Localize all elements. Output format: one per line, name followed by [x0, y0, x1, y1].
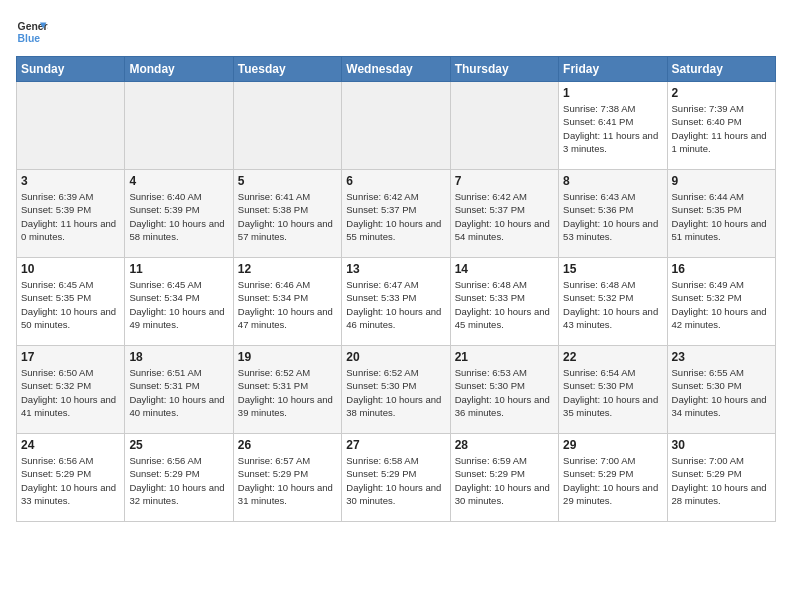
- day-info: Sunrise: 6:54 AM Sunset: 5:30 PM Dayligh…: [563, 366, 662, 419]
- calendar-day-cell: 15Sunrise: 6:48 AM Sunset: 5:32 PM Dayli…: [559, 258, 667, 346]
- weekday-header: Tuesday: [233, 57, 341, 82]
- day-info: Sunrise: 6:56 AM Sunset: 5:29 PM Dayligh…: [129, 454, 228, 507]
- day-info: Sunrise: 6:46 AM Sunset: 5:34 PM Dayligh…: [238, 278, 337, 331]
- calendar-day-cell: 8Sunrise: 6:43 AM Sunset: 5:36 PM Daylig…: [559, 170, 667, 258]
- day-number: 21: [455, 350, 554, 364]
- calendar-day-cell: 17Sunrise: 6:50 AM Sunset: 5:32 PM Dayli…: [17, 346, 125, 434]
- day-number: 23: [672, 350, 771, 364]
- day-info: Sunrise: 6:58 AM Sunset: 5:29 PM Dayligh…: [346, 454, 445, 507]
- calendar-day-cell: 24Sunrise: 6:56 AM Sunset: 5:29 PM Dayli…: [17, 434, 125, 522]
- calendar-day-cell: [233, 82, 341, 170]
- calendar-week-row: 10Sunrise: 6:45 AM Sunset: 5:35 PM Dayli…: [17, 258, 776, 346]
- header: General Blue: [16, 16, 776, 48]
- calendar-day-cell: 4Sunrise: 6:40 AM Sunset: 5:39 PM Daylig…: [125, 170, 233, 258]
- day-number: 30: [672, 438, 771, 452]
- day-number: 10: [21, 262, 120, 276]
- calendar-day-cell: 22Sunrise: 6:54 AM Sunset: 5:30 PM Dayli…: [559, 346, 667, 434]
- weekday-header: Monday: [125, 57, 233, 82]
- day-info: Sunrise: 6:51 AM Sunset: 5:31 PM Dayligh…: [129, 366, 228, 419]
- calendar-day-cell: 9Sunrise: 6:44 AM Sunset: 5:35 PM Daylig…: [667, 170, 775, 258]
- calendar-day-cell: 29Sunrise: 7:00 AM Sunset: 5:29 PM Dayli…: [559, 434, 667, 522]
- day-number: 20: [346, 350, 445, 364]
- calendar-day-cell: 14Sunrise: 6:48 AM Sunset: 5:33 PM Dayli…: [450, 258, 558, 346]
- day-number: 25: [129, 438, 228, 452]
- day-number: 28: [455, 438, 554, 452]
- svg-text:Blue: Blue: [18, 33, 41, 44]
- calendar-day-cell: 18Sunrise: 6:51 AM Sunset: 5:31 PM Dayli…: [125, 346, 233, 434]
- day-number: 12: [238, 262, 337, 276]
- day-info: Sunrise: 6:48 AM Sunset: 5:33 PM Dayligh…: [455, 278, 554, 331]
- calendar-day-cell: 1Sunrise: 7:38 AM Sunset: 6:41 PM Daylig…: [559, 82, 667, 170]
- calendar-day-cell: 23Sunrise: 6:55 AM Sunset: 5:30 PM Dayli…: [667, 346, 775, 434]
- calendar-header: SundayMondayTuesdayWednesdayThursdayFrid…: [17, 57, 776, 82]
- day-number: 9: [672, 174, 771, 188]
- day-number: 24: [21, 438, 120, 452]
- day-info: Sunrise: 6:45 AM Sunset: 5:35 PM Dayligh…: [21, 278, 120, 331]
- calendar-day-cell: [125, 82, 233, 170]
- calendar-day-cell: 26Sunrise: 6:57 AM Sunset: 5:29 PM Dayli…: [233, 434, 341, 522]
- day-number: 3: [21, 174, 120, 188]
- calendar-day-cell: [17, 82, 125, 170]
- day-info: Sunrise: 6:41 AM Sunset: 5:38 PM Dayligh…: [238, 190, 337, 243]
- day-info: Sunrise: 7:38 AM Sunset: 6:41 PM Dayligh…: [563, 102, 662, 155]
- weekday-header: Wednesday: [342, 57, 450, 82]
- day-number: 2: [672, 86, 771, 100]
- calendar-day-cell: 20Sunrise: 6:52 AM Sunset: 5:30 PM Dayli…: [342, 346, 450, 434]
- day-number: 6: [346, 174, 445, 188]
- day-number: 11: [129, 262, 228, 276]
- calendar-day-cell: 7Sunrise: 6:42 AM Sunset: 5:37 PM Daylig…: [450, 170, 558, 258]
- weekday-header: Thursday: [450, 57, 558, 82]
- day-number: 15: [563, 262, 662, 276]
- day-info: Sunrise: 6:43 AM Sunset: 5:36 PM Dayligh…: [563, 190, 662, 243]
- day-number: 29: [563, 438, 662, 452]
- day-info: Sunrise: 6:45 AM Sunset: 5:34 PM Dayligh…: [129, 278, 228, 331]
- day-number: 16: [672, 262, 771, 276]
- day-info: Sunrise: 6:47 AM Sunset: 5:33 PM Dayligh…: [346, 278, 445, 331]
- calendar-day-cell: 30Sunrise: 7:00 AM Sunset: 5:29 PM Dayli…: [667, 434, 775, 522]
- weekday-header: Saturday: [667, 57, 775, 82]
- day-number: 1: [563, 86, 662, 100]
- day-number: 14: [455, 262, 554, 276]
- calendar-week-row: 24Sunrise: 6:56 AM Sunset: 5:29 PM Dayli…: [17, 434, 776, 522]
- day-info: Sunrise: 6:42 AM Sunset: 5:37 PM Dayligh…: [455, 190, 554, 243]
- header-row: SundayMondayTuesdayWednesdayThursdayFrid…: [17, 57, 776, 82]
- calendar-day-cell: 11Sunrise: 6:45 AM Sunset: 5:34 PM Dayli…: [125, 258, 233, 346]
- weekday-header: Sunday: [17, 57, 125, 82]
- logo: General Blue: [16, 16, 48, 48]
- day-number: 8: [563, 174, 662, 188]
- day-number: 26: [238, 438, 337, 452]
- calendar-day-cell: 21Sunrise: 6:53 AM Sunset: 5:30 PM Dayli…: [450, 346, 558, 434]
- calendar-week-row: 3Sunrise: 6:39 AM Sunset: 5:39 PM Daylig…: [17, 170, 776, 258]
- day-info: Sunrise: 6:52 AM Sunset: 5:30 PM Dayligh…: [346, 366, 445, 419]
- calendar-day-cell: 12Sunrise: 6:46 AM Sunset: 5:34 PM Dayli…: [233, 258, 341, 346]
- calendar-day-cell: 2Sunrise: 7:39 AM Sunset: 6:40 PM Daylig…: [667, 82, 775, 170]
- logo-icon: General Blue: [16, 16, 48, 48]
- day-info: Sunrise: 6:59 AM Sunset: 5:29 PM Dayligh…: [455, 454, 554, 507]
- calendar-day-cell: 25Sunrise: 6:56 AM Sunset: 5:29 PM Dayli…: [125, 434, 233, 522]
- day-info: Sunrise: 6:44 AM Sunset: 5:35 PM Dayligh…: [672, 190, 771, 243]
- day-info: Sunrise: 6:52 AM Sunset: 5:31 PM Dayligh…: [238, 366, 337, 419]
- day-info: Sunrise: 6:56 AM Sunset: 5:29 PM Dayligh…: [21, 454, 120, 507]
- calendar-week-row: 17Sunrise: 6:50 AM Sunset: 5:32 PM Dayli…: [17, 346, 776, 434]
- day-info: Sunrise: 6:49 AM Sunset: 5:32 PM Dayligh…: [672, 278, 771, 331]
- day-number: 27: [346, 438, 445, 452]
- calendar-body: 1Sunrise: 7:38 AM Sunset: 6:41 PM Daylig…: [17, 82, 776, 522]
- calendar-day-cell: 27Sunrise: 6:58 AM Sunset: 5:29 PM Dayli…: [342, 434, 450, 522]
- calendar-day-cell: [342, 82, 450, 170]
- day-number: 13: [346, 262, 445, 276]
- day-number: 17: [21, 350, 120, 364]
- day-info: Sunrise: 6:42 AM Sunset: 5:37 PM Dayligh…: [346, 190, 445, 243]
- calendar-day-cell: 5Sunrise: 6:41 AM Sunset: 5:38 PM Daylig…: [233, 170, 341, 258]
- day-info: Sunrise: 7:00 AM Sunset: 5:29 PM Dayligh…: [563, 454, 662, 507]
- day-info: Sunrise: 6:48 AM Sunset: 5:32 PM Dayligh…: [563, 278, 662, 331]
- day-info: Sunrise: 6:53 AM Sunset: 5:30 PM Dayligh…: [455, 366, 554, 419]
- calendar-day-cell: 16Sunrise: 6:49 AM Sunset: 5:32 PM Dayli…: [667, 258, 775, 346]
- day-info: Sunrise: 7:39 AM Sunset: 6:40 PM Dayligh…: [672, 102, 771, 155]
- day-info: Sunrise: 6:39 AM Sunset: 5:39 PM Dayligh…: [21, 190, 120, 243]
- day-number: 5: [238, 174, 337, 188]
- day-info: Sunrise: 6:40 AM Sunset: 5:39 PM Dayligh…: [129, 190, 228, 243]
- day-number: 22: [563, 350, 662, 364]
- calendar-day-cell: 3Sunrise: 6:39 AM Sunset: 5:39 PM Daylig…: [17, 170, 125, 258]
- day-number: 7: [455, 174, 554, 188]
- day-number: 19: [238, 350, 337, 364]
